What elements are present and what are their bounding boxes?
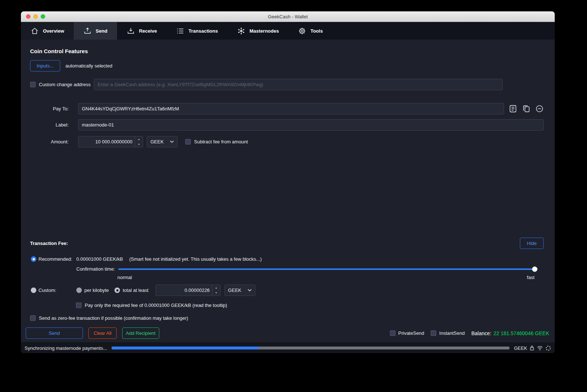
- tab-masternodes[interactable]: Masternodes: [227, 22, 288, 40]
- clear-all-button[interactable]: Clear All: [88, 327, 117, 339]
- slider-fast-label: fast: [527, 275, 535, 280]
- spin-down-icon[interactable]: ▼: [135, 142, 143, 147]
- custom-fee-input[interactable]: [156, 285, 220, 296]
- tab-label: Tools: [310, 28, 323, 34]
- add-recipient-button[interactable]: Add Recipient: [122, 327, 159, 339]
- custom-change-address-input[interactable]: [94, 79, 503, 90]
- tab-send[interactable]: Send: [74, 22, 117, 40]
- amount-input[interactable]: [78, 136, 143, 147]
- coin-control-heading: Coin Control Features: [30, 48, 544, 54]
- address-book-button[interactable]: [509, 105, 517, 113]
- connections-icon: [537, 345, 543, 351]
- instantsend-label: InstantSend: [439, 330, 464, 336]
- fee-header: Transaction Fee: Hide: [30, 238, 544, 249]
- slider-normal-label: normal: [117, 275, 132, 280]
- confirmation-time-row: Confirmation time:: [30, 266, 544, 272]
- spin-up-icon[interactable]: ▲: [212, 285, 220, 290]
- sync-progress-fill: [112, 347, 259, 349]
- minimize-button[interactable]: [33, 14, 38, 19]
- custom-change-label: Custom change address: [39, 82, 91, 87]
- custom-fee-spinner: ▲ ▼: [212, 285, 220, 296]
- paste-address-button[interactable]: [522, 105, 531, 113]
- label-label: Label:: [30, 122, 69, 128]
- sync-progress-bar: [112, 347, 510, 349]
- send-page: Coin Control Features Inputs... automati…: [21, 40, 555, 342]
- app-window: GeekCash - Wallet Overview Send Receive: [21, 11, 555, 353]
- balance-label: Balance:: [471, 330, 491, 336]
- remove-recipient-button[interactable]: [535, 105, 544, 113]
- custom-fee-spinbox: ▲ ▼: [156, 285, 220, 296]
- pay-required-fee-row: Pay only the required fee of 0.00001000 …: [76, 303, 544, 308]
- total-at-least-label: total at least: [123, 287, 148, 293]
- remove-icon: [535, 105, 544, 113]
- amount-label: Amount:: [30, 139, 69, 144]
- desktop: { "window": { "title": "GeekCash - Walle…: [0, 0, 587, 392]
- pay-required-fee-label: Pay only the required fee of 0.00001000 …: [85, 303, 227, 308]
- tab-label: Transactions: [189, 28, 218, 34]
- inputs-button[interactable]: Inputs...: [30, 60, 60, 72]
- home-icon: [30, 27, 39, 35]
- slider-scale-row: normal fast: [117, 275, 535, 280]
- network-label: GEEK: [514, 345, 527, 351]
- custom-fee-currency-select[interactable]: GEEK: [225, 285, 255, 296]
- per-kilobyte-label: per kilobyte: [84, 287, 109, 293]
- custom-change-row: Custom change address: [30, 79, 544, 90]
- amount-spinbox: ▲ ▼: [78, 136, 143, 147]
- tab-overview[interactable]: Overview: [21, 22, 74, 40]
- label-row: Label:: [30, 119, 544, 131]
- hide-fee-button[interactable]: Hide: [520, 238, 544, 249]
- main-nav: Overview Send Receive Transactions: [21, 22, 555, 40]
- tab-receive[interactable]: Receive: [117, 22, 167, 40]
- address-book-icon: [509, 105, 517, 113]
- recommended-radio-group: Recommended:: [30, 256, 76, 262]
- amount-currency-select[interactable]: GEEK: [147, 136, 178, 147]
- recommended-radio[interactable]: [31, 256, 36, 262]
- custom-fee-label: Custom:: [39, 287, 56, 293]
- total-at-least-radio[interactable]: [114, 287, 120, 293]
- zoom-button[interactable]: [41, 14, 45, 19]
- close-button[interactable]: [26, 14, 30, 19]
- subtract-fee-label: Subtract fee from amount: [194, 139, 248, 144]
- tab-transactions[interactable]: Transactions: [167, 22, 227, 40]
- per-kilobyte-option: per kilobyte: [76, 287, 109, 293]
- zero-fee-row: Send as zero-fee transaction if possible…: [30, 315, 544, 321]
- transactions-icon: [176, 27, 185, 35]
- instantsend-checkbox[interactable]: [431, 330, 436, 336]
- subtract-fee-checkbox[interactable]: [185, 139, 191, 144]
- pay-to-input[interactable]: [78, 103, 504, 114]
- sync-spinner-icon: [546, 345, 551, 351]
- spin-up-icon[interactable]: ▲: [135, 136, 143, 142]
- custom-fee-radio[interactable]: [31, 287, 36, 293]
- slider-thumb[interactable]: [532, 266, 537, 272]
- titlebar: GeekCash - Wallet: [21, 11, 555, 22]
- per-kilobyte-radio[interactable]: [76, 287, 82, 293]
- status-bar: Synchronizing masternode payments... GEE…: [21, 342, 555, 353]
- spin-down-icon[interactable]: ▼: [212, 290, 220, 296]
- zero-fee-label: Send as zero-fee transaction if possible…: [39, 315, 188, 321]
- confirmation-time-slider[interactable]: [118, 268, 537, 270]
- pay-required-fee-checkbox[interactable]: [76, 303, 81, 308]
- smart-fee-note: (Smart fee not initialized yet. This usu…: [129, 256, 262, 262]
- privatesend-label: PrivateSend: [398, 330, 424, 336]
- pay-to-row: Pay To:: [30, 103, 544, 114]
- custom-radio-group: Custom:: [30, 287, 76, 293]
- tab-tools[interactable]: Tools: [288, 22, 332, 40]
- masternodes-icon: [237, 27, 245, 35]
- zero-fee-checkbox[interactable]: [30, 315, 36, 321]
- balance-value: 22 181.57460046 GEEK: [493, 330, 549, 336]
- label-input[interactable]: [78, 119, 544, 131]
- custom-fee-row: Custom: per kilobyte total at least ▲ ▼ …: [30, 285, 544, 296]
- recommended-fee-row: Recommended: 0.00001000 GEEK/kB (Smart f…: [30, 256, 544, 262]
- window-title: GeekCash - Wallet: [268, 14, 308, 19]
- send-icon: [83, 27, 92, 35]
- status-icons: GEEK: [514, 345, 551, 351]
- custom-change-checkbox[interactable]: [30, 82, 36, 87]
- amount-row: Amount: ▲ ▼ GEEK Subtract fee from amoun…: [30, 136, 544, 147]
- traffic-lights: [26, 14, 45, 19]
- actions-row: Send Clear All Add Recipient PrivateSend…: [26, 327, 549, 339]
- privatesend-checkbox[interactable]: [390, 330, 395, 336]
- send-button[interactable]: Send: [26, 327, 83, 339]
- hd-wallet-icon: [530, 345, 534, 351]
- send-options: PrivateSend InstantSend Balance: 22 181.…: [390, 330, 550, 336]
- spacer: [30, 147, 544, 238]
